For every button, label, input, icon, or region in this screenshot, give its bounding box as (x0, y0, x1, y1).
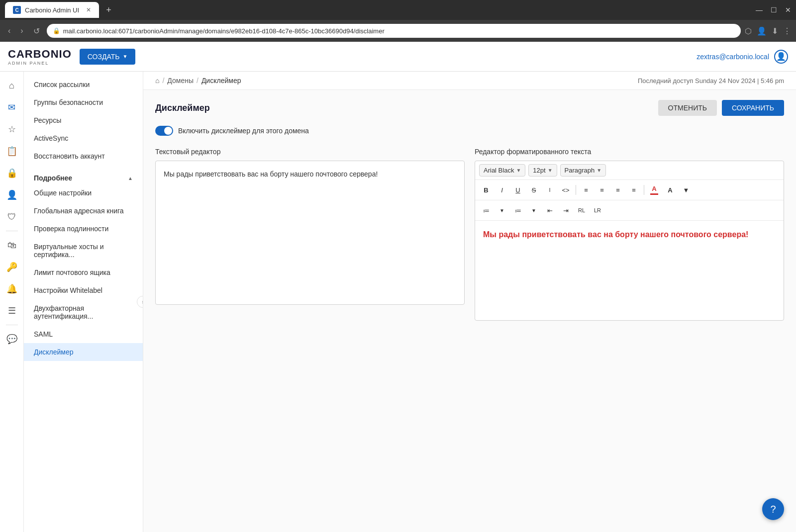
sidebar-item-disclaimer[interactable]: Дисклеймер (24, 343, 143, 361)
font-color-button[interactable]: A (647, 183, 661, 197)
breadcrumb-home-icon[interactable]: ⌂ (155, 77, 159, 85)
text-editor-section: Текстовый редактор Мы рады приветствоват… (155, 148, 465, 321)
editors-row: Текстовый редактор Мы рады приветствоват… (155, 148, 784, 321)
menu-icon[interactable]: ⋮ (783, 26, 791, 36)
new-tab-button[interactable]: + (103, 5, 114, 15)
logo-sub: ADMIN PANEL (8, 61, 72, 66)
sidebar-item-saml[interactable]: SAML (24, 325, 143, 343)
back-button[interactable]: ‹ (5, 24, 13, 37)
nav-lock-icon[interactable]: 🔒 (2, 163, 22, 183)
indent-more-button[interactable]: ⇥ (559, 203, 573, 217)
paragraph-select[interactable]: Paragraph ▼ (560, 164, 606, 177)
breadcrumb-domains-link[interactable]: Домены (167, 77, 194, 85)
rich-editor-label: Редактор форматированного текста (475, 148, 784, 156)
rich-editor-content[interactable]: Мы рады приветствовать вас на борту наше… (475, 221, 784, 320)
sidebar-item-whitelabel-settings[interactable]: Настройки Whitelabel (24, 281, 143, 299)
page-header: Дисклеймер ОТМЕНИТЬ СОХРАНИТЬ (155, 100, 784, 116)
align-center-button[interactable]: ≡ (595, 183, 609, 197)
ltr-button[interactable]: LR (591, 203, 604, 217)
app: CARBONIO ADMIN PANEL СОЗДАТЬ ▼ zextras@c… (0, 42, 796, 532)
browser-actions: ⬡ 👤 ⬇ ⋮ (745, 26, 791, 36)
last-access-text: Последний доступ Sunday 24 Nov 2024 | 5:… (638, 77, 784, 85)
highlight-button[interactable]: A (663, 183, 677, 197)
forward-button[interactable]: › (17, 24, 26, 37)
enable-disclaimer-toggle[interactable] (155, 126, 173, 136)
font-size-select[interactable]: 12pt ▼ (528, 164, 557, 177)
tab-title: Carbonio Admin UI (25, 6, 79, 14)
avatar[interactable]: 👤 (774, 50, 788, 64)
code-button[interactable]: <> (559, 183, 573, 197)
sidebar-section-header[interactable]: Подробнее ▲ (34, 174, 133, 182)
main-body: ⌂ ✉ ☆ 📋 🔒 👤 🛡 🛍 🔑 🔔 ☰ 💬 › Список рассылк… (0, 72, 796, 532)
logo-text: CARBONIO (8, 48, 72, 61)
align-right-button[interactable]: ≡ (611, 183, 625, 197)
nav-person-icon[interactable]: 👤 (2, 185, 22, 205)
create-button[interactable]: СОЗДАТЬ ▼ (80, 49, 136, 65)
align-left-button[interactable]: ≡ (579, 183, 593, 197)
sidebar-item-authentication[interactable]: Проверка подлинности (24, 220, 143, 238)
nav-shop-icon[interactable]: 🛍 (2, 235, 22, 255)
page-title: Дисклеймер (155, 103, 210, 113)
user-email: zextras@carbonio.local (696, 53, 769, 61)
sidebar-item-resources[interactable]: Ресурсы (24, 111, 143, 129)
nav-home-icon[interactable]: ⌂ (2, 76, 22, 95)
bullet-list-button[interactable]: ≔ (479, 203, 493, 217)
color-more-button[interactable]: ▼ (679, 183, 693, 197)
sidebar-item-security-groups[interactable]: Группы безопасности (24, 93, 143, 111)
font-family-select[interactable]: Arial Black ▼ (479, 164, 525, 177)
icon-nav: ⌂ ✉ ☆ 📋 🔒 👤 🛡 🛍 🔑 🔔 ☰ 💬 (0, 72, 24, 532)
cancel-button[interactable]: ОТМЕНИТЬ (658, 100, 717, 116)
sidebar-item-activesync[interactable]: ActiveSync (24, 129, 143, 147)
nav-list-icon[interactable]: ☰ (2, 301, 22, 321)
sidebar-item-two-factor-auth[interactable]: Двухфакторная аутентификация... (24, 299, 143, 325)
indent-less-button[interactable]: ⇤ (543, 203, 557, 217)
nav-chat-icon[interactable]: 💬 (2, 329, 22, 349)
sidebar-item-mailing-list[interactable]: Список рассылки (24, 76, 143, 93)
address-bar[interactable]: 🔒 mail.carbonio.local:6071/carbonioAdmin… (47, 24, 741, 38)
user-menu[interactable]: zextras@carbonio.local 👤 (696, 50, 788, 64)
italic-button[interactable]: I (495, 183, 509, 197)
save-button[interactable]: СОХРАНИТЬ (722, 100, 784, 116)
sidebar-item-general-settings[interactable]: Общие настройки (24, 184, 143, 202)
nav-key-icon[interactable]: 🔑 (2, 257, 22, 277)
font-family-value: Arial Black (484, 167, 514, 174)
align-justify-button[interactable]: ≡ (627, 183, 641, 197)
nav-mail-icon[interactable]: ✉ (2, 97, 22, 117)
underline-button[interactable]: U (511, 183, 525, 197)
minimize-button[interactable]: — (756, 6, 763, 14)
nav-bell-icon[interactable]: 🔔 (2, 279, 22, 299)
close-window-button[interactable]: ✕ (785, 6, 791, 14)
maximize-button[interactable]: ☐ (771, 6, 777, 14)
breadcrumb-bar: ⌂ / Домены / Дисклеймер Последний доступ… (143, 72, 796, 90)
rtl-button[interactable]: RL (575, 203, 589, 217)
nav-star-icon[interactable]: ☆ (2, 119, 22, 139)
browser-chrome: C Carbonio Admin UI ✕ + — ☐ ✕ (0, 0, 796, 20)
rich-editor-section: Редактор форматированного текста Arial B… (475, 148, 784, 321)
rich-toolbar-bottom-2: ≔ ▼ ≔ ▼ ⇤ ⇥ RL LR (475, 200, 784, 221)
reload-button[interactable]: ↺ (30, 24, 43, 38)
bullet-list-caret[interactable]: ▼ (495, 203, 509, 217)
help-button[interactable]: ? (762, 498, 784, 520)
chevron-up-icon: ▲ (128, 176, 133, 181)
strikethrough-button[interactable]: S (527, 183, 541, 197)
extensions-icon[interactable]: ⬡ (745, 26, 752, 36)
close-tab-button[interactable]: ✕ (86, 6, 91, 13)
profile-icon[interactable]: 👤 (757, 26, 767, 36)
superscript-button[interactable]: I (543, 183, 557, 197)
download-icon[interactable]: ⬇ (772, 26, 778, 36)
breadcrumb-sep-2: / (197, 77, 199, 85)
ordered-list-button[interactable]: ≔ (511, 203, 525, 217)
bold-button[interactable]: B (479, 183, 493, 197)
nav-inbox-icon[interactable]: 📋 (2, 141, 22, 161)
ordered-list-caret[interactable]: ▼ (527, 203, 541, 217)
sidebar-item-restore-account[interactable]: Восстановить аккаунт (24, 147, 143, 165)
font-family-caret-icon: ▼ (516, 168, 521, 173)
paragraph-value: Paragraph (565, 167, 595, 174)
sidebar-item-mailbox-limit[interactable]: Лимит почтового ящика (24, 264, 143, 281)
paragraph-caret-icon: ▼ (597, 168, 601, 173)
browser-tab[interactable]: C Carbonio Admin UI ✕ (5, 2, 99, 18)
nav-shield-icon[interactable]: 🛡 (2, 207, 22, 227)
sidebar-item-virtual-hosts[interactable]: Виртуальные хосты и сертифика... (24, 238, 143, 264)
text-editor[interactable]: Мы рады приветствовать вас на борту наше… (155, 161, 465, 305)
sidebar-item-global-address-book[interactable]: Глобальная адресная книга (24, 202, 143, 220)
